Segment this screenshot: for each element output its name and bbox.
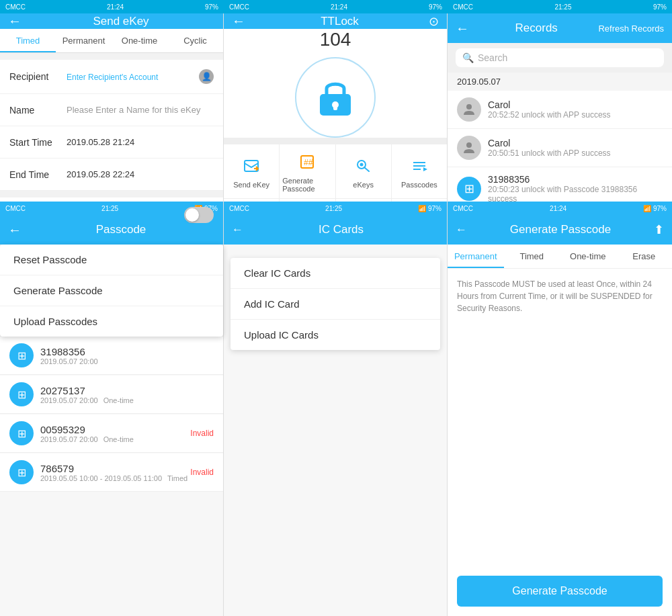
ic-dropdown: Clear IC Cards Add IC Card Upload IC Car… [230, 258, 440, 350]
search-input[interactable] [478, 52, 657, 63]
passcode-item-0[interactable]: ⊞ 31988356 2019.05.07 20:00 [0, 337, 223, 375]
gen-tab-permanent[interactable]: Permanent [448, 245, 504, 268]
grid-generate-passcode[interactable]: ## Generate Passcode [280, 144, 335, 198]
record-name-0: Carol [488, 99, 663, 110]
back-button-ic[interactable]: ← [232, 223, 243, 236]
ekey-tabs: Timed Permanent One-time Cyclic [0, 29, 223, 53]
tab-timed[interactable]: Timed [0, 29, 56, 52]
status-bar2-col3: CMCC 21:24 📶 97% [448, 202, 672, 215]
grid-gen-passcode-label: Generate Passcode [282, 177, 332, 193]
status-bar2-col2: CMCC 21:25 📶 97% [224, 202, 447, 215]
ttlock-settings-icon[interactable]: ⊙ [429, 14, 439, 29]
generate-passcode-title: Generate Passcode [467, 223, 654, 236]
status-battery-3: 97% [653, 3, 667, 11]
contact-icon[interactable]: 👤 [199, 69, 214, 84]
passcode-item-1[interactable]: ⊞ 20275137 2019.05.07 20:00 One-time [0, 376, 223, 414]
end-time-row: End Time 2019.05.28 22:24 [0, 159, 223, 191]
end-time-label: End Time [9, 169, 67, 180]
back-button-records[interactable]: ← [456, 21, 469, 36]
ekeys-icon [351, 154, 376, 178]
recipient-label: Recipient [9, 71, 67, 82]
record-avatar-2: ⊞ [457, 177, 481, 201]
record-name-2: 31988356 [488, 174, 663, 185]
status-time-3: 21:25 [554, 3, 571, 11]
records-date-header: 2019.05.07 [448, 73, 672, 91]
upload-passcodes-item[interactable]: Upload Passcodes [0, 306, 223, 337]
records-header: ← Records Refresh Records [448, 13, 672, 43]
passcode-item-2[interactable]: ⊞ 00595329 2019.05.07 20:00 One-time Inv… [0, 414, 223, 453]
name-label: Name [9, 105, 67, 116]
passcode-type-2: One-time [103, 435, 134, 443]
svg-point-18 [466, 142, 472, 148]
grid-send-ekey[interactable]: Send eKey [224, 144, 279, 198]
record-detail-2: 20:50:23 unlock with Passcode 31988356 s… [488, 185, 663, 202]
lock-circle [295, 57, 376, 138]
passcode-code-0: 31988356 [40, 346, 214, 357]
clear-ic-cards-item[interactable]: Clear IC Cards [230, 258, 440, 289]
tab-permanent[interactable]: Permanent [56, 29, 112, 52]
grid-passcodes-label: Passcodes [401, 181, 437, 189]
passcode-date-1: 2019.05.07 20:00 [40, 396, 98, 404]
gen-tab-erase[interactable]: Erase [616, 245, 673, 268]
lock-number: 104 [320, 29, 351, 50]
passcode-title: Passcode [27, 223, 215, 236]
passcode-item-3[interactable]: ⊞ 786579 2019.05.05 10:00 - 2019.05.05 1… [0, 453, 223, 492]
gen-notice: This Passcode MUST be used at least Once… [457, 278, 663, 314]
status-bar-col2: CMCC 21:24 97% [224, 0, 448, 13]
grid-passcodes[interactable]: Passcodes [392, 144, 447, 198]
name-value: Please Enter a Name for this eKey [67, 105, 214, 115]
record-item-1[interactable]: Carol 20:50:51 unlock with APP success [448, 129, 672, 167]
record-item-2[interactable]: ⊞ 31988356 20:50:23 unlock with Passcode… [448, 167, 672, 202]
passcode-code-1: 20275137 [40, 385, 214, 396]
send-ekey-header: ← Send eKey [0, 13, 223, 29]
share-icon[interactable]: ⬆ [654, 222, 664, 237]
status-carrier-3: CMCC [453, 3, 473, 11]
record-avatar-1 [457, 136, 481, 160]
add-ic-card-item[interactable]: Add IC Card [230, 289, 440, 320]
record-avatar-0 [457, 97, 481, 122]
send-ekey-title: Send eKey [27, 15, 215, 28]
passcodes-icon [407, 154, 431, 178]
ic-cards-header: ← IC Cards [224, 215, 447, 245]
status-time-2: 21:24 [331, 3, 347, 11]
generate-passcode-item[interactable]: Generate Passcode [0, 275, 223, 306]
record-item-0[interactable]: Carol 20:52:52 unlock with APP success [448, 91, 672, 129]
generate-passcode-button[interactable]: Generate Passcode [457, 576, 663, 607]
back-button-passcode[interactable]: ← [8, 222, 22, 238]
passcode-code-3: 786579 [40, 463, 190, 474]
back-button-col1[interactable]: ← [8, 13, 22, 29]
refresh-records-btn[interactable]: Refresh Records [598, 24, 664, 34]
back-button-gen[interactable]: ← [456, 223, 467, 236]
tab-cyclic[interactable]: Cyclic [167, 29, 223, 52]
records-list: Carol 20:52:52 unlock with APP success C… [448, 91, 672, 202]
grid-ekeys[interactable]: eKeys [336, 144, 391, 198]
record-detail-1: 20:50:51 unlock with APP success [488, 148, 663, 158]
send-ekey-icon [239, 154, 263, 178]
gen-tab-one-time[interactable]: One-time [560, 245, 616, 268]
status-carrier-2: CMCC [229, 3, 249, 11]
status-battery-1: 97% [205, 3, 218, 11]
passcode-icon-1: ⊞ [9, 382, 34, 406]
end-time-value: 2019.05.28 22:24 [67, 169, 214, 179]
search-bar: 🔍 [448, 43, 672, 73]
upload-ic-cards-item[interactable]: Upload IC Cards [230, 320, 440, 350]
name-row: Name Please Enter a Name for this eKey [0, 94, 223, 126]
gen-tab-timed[interactable]: Timed [504, 245, 560, 268]
ic-content: Clear IC Cards Add IC Card Upload IC Car… [224, 245, 447, 616]
passcode-date-3: 2019.05.05 10:00 - 2019.05.05 11:00 [40, 474, 162, 482]
passcode-type-1: One-time [103, 396, 134, 404]
ic-cards-title: IC Cards [243, 223, 439, 236]
passcode-date-0: 2019.05.07 20:00 [40, 357, 214, 365]
recipient-input[interactable] [67, 72, 199, 82]
grid-ekeys-label: eKeys [353, 181, 374, 189]
svg-point-7 [360, 163, 363, 167]
authorized-admin-toggle[interactable] [184, 207, 214, 223]
start-time-value: 2019.05.28 21:24 [67, 137, 214, 147]
reset-passcode-item[interactable]: Reset Passcode [0, 245, 223, 275]
tab-one-time[interactable]: One-time [112, 29, 167, 52]
passcode-icon-0: ⊞ [9, 343, 34, 367]
status-battery-2: 97% [429, 3, 442, 11]
svg-rect-2 [333, 105, 337, 110]
back-button-ttlock[interactable]: ← [232, 13, 245, 29]
search-wrap: 🔍 [456, 48, 664, 67]
